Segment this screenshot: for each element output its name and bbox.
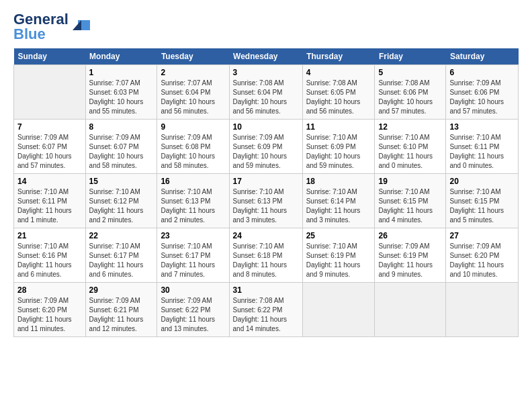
- calendar-cell: 16Sunrise: 7:10 AMSunset: 6:13 PMDayligh…: [157, 174, 229, 228]
- calendar-cell: 29Sunrise: 7:09 AMSunset: 6:21 PMDayligh…: [85, 283, 157, 337]
- calendar-table: SundayMondayTuesdayWednesdayThursdayFrid…: [13, 48, 519, 337]
- calendar-cell: 14Sunrise: 7:10 AMSunset: 6:11 PMDayligh…: [14, 174, 86, 228]
- day-info: Sunrise: 7:08 AMSunset: 6:06 PMDaylight:…: [378, 79, 442, 116]
- day-info: Sunrise: 7:10 AMSunset: 6:14 PMDaylight:…: [306, 187, 371, 225]
- day-number: 25: [306, 231, 371, 240]
- day-number: 4: [306, 68, 371, 77]
- day-header-wednesday: Wednesday: [229, 48, 302, 65]
- day-number: 20: [449, 177, 515, 186]
- calendar-cell: 24Sunrise: 7:10 AMSunset: 6:18 PMDayligh…: [229, 228, 302, 283]
- calendar-cell: 5Sunrise: 7:08 AMSunset: 6:06 PMDaylight…: [375, 65, 446, 120]
- day-info: Sunrise: 7:10 AMSunset: 6:11 PMDaylight:…: [17, 187, 82, 225]
- week-row-4: 21Sunrise: 7:10 AMSunset: 6:16 PMDayligh…: [14, 228, 519, 283]
- calendar-cell: 18Sunrise: 7:10 AMSunset: 6:14 PMDayligh…: [302, 174, 375, 228]
- day-info: Sunrise: 7:10 AMSunset: 6:16 PMDaylight:…: [17, 242, 82, 279]
- day-number: 15: [89, 177, 154, 186]
- day-number: 23: [161, 231, 225, 240]
- day-info: Sunrise: 7:08 AMSunset: 6:04 PMDaylight:…: [233, 79, 299, 116]
- day-info: Sunrise: 7:10 AMSunset: 6:09 PMDaylight:…: [306, 133, 371, 171]
- day-info: Sunrise: 7:09 AMSunset: 6:20 PMDaylight:…: [17, 296, 82, 334]
- day-info: Sunrise: 7:09 AMSunset: 6:09 PMDaylight:…: [233, 133, 299, 171]
- day-header-saturday: Saturday: [446, 48, 519, 65]
- calendar-cell: 2Sunrise: 7:07 AMSunset: 6:04 PMDaylight…: [157, 65, 229, 120]
- day-number: 22: [89, 231, 154, 240]
- day-number: 21: [17, 231, 82, 240]
- day-info: Sunrise: 7:10 AMSunset: 6:13 PMDaylight:…: [161, 187, 225, 225]
- day-number: 11: [306, 122, 371, 132]
- calendar-cell: 26Sunrise: 7:09 AMSunset: 6:19 PMDayligh…: [375, 228, 446, 283]
- day-number: 24: [233, 231, 299, 240]
- day-number: 1: [89, 68, 154, 77]
- day-number: 2: [161, 68, 225, 77]
- day-number: 6: [449, 68, 515, 77]
- calendar-cell: 4Sunrise: 7:08 AMSunset: 6:05 PMDaylight…: [302, 65, 375, 120]
- day-number: 17: [233, 177, 299, 186]
- week-row-5: 28Sunrise: 7:09 AMSunset: 6:20 PMDayligh…: [14, 283, 519, 337]
- day-info: Sunrise: 7:09 AMSunset: 6:20 PMDaylight:…: [449, 242, 515, 279]
- calendar-cell: 10Sunrise: 7:09 AMSunset: 6:09 PMDayligh…: [229, 120, 302, 174]
- day-header-tuesday: Tuesday: [157, 48, 229, 65]
- day-info: Sunrise: 7:09 AMSunset: 6:06 PMDaylight:…: [449, 79, 515, 116]
- calendar-cell: 7Sunrise: 7:09 AMSunset: 6:07 PMDaylight…: [14, 120, 86, 174]
- day-info: Sunrise: 7:09 AMSunset: 6:07 PMDaylight:…: [17, 133, 82, 171]
- calendar-cell: 22Sunrise: 7:10 AMSunset: 6:17 PMDayligh…: [85, 228, 157, 283]
- calendar-cell: 21Sunrise: 7:10 AMSunset: 6:16 PMDayligh…: [14, 228, 86, 283]
- day-number: 5: [378, 68, 442, 77]
- day-number: 29: [89, 285, 154, 295]
- header: General Blue: [13, 12, 519, 42]
- calendar-cell: 17Sunrise: 7:10 AMSunset: 6:13 PMDayligh…: [229, 174, 302, 228]
- calendar-cell: 3Sunrise: 7:08 AMSunset: 6:04 PMDaylight…: [229, 65, 302, 120]
- day-number: 3: [233, 68, 299, 77]
- day-info: Sunrise: 7:10 AMSunset: 6:17 PMDaylight:…: [89, 242, 154, 279]
- day-info: Sunrise: 7:07 AMSunset: 6:03 PMDaylight:…: [89, 79, 154, 116]
- day-info: Sunrise: 7:10 AMSunset: 6:15 PMDaylight:…: [449, 187, 515, 225]
- day-info: Sunrise: 7:09 AMSunset: 6:21 PMDaylight:…: [89, 296, 154, 334]
- calendar-cell: 9Sunrise: 7:09 AMSunset: 6:08 PMDaylight…: [157, 120, 229, 174]
- day-info: Sunrise: 7:10 AMSunset: 6:19 PMDaylight:…: [306, 242, 371, 279]
- day-header-thursday: Thursday: [302, 48, 375, 65]
- day-info: Sunrise: 7:10 AMSunset: 6:13 PMDaylight:…: [233, 187, 299, 225]
- calendar-cell: [302, 283, 375, 337]
- calendar-cell: 19Sunrise: 7:10 AMSunset: 6:15 PMDayligh…: [375, 174, 446, 228]
- day-number: 14: [17, 177, 82, 186]
- calendar-cell: 28Sunrise: 7:09 AMSunset: 6:20 PMDayligh…: [14, 283, 86, 337]
- page: General Blue SundayMondayTuesdayWednesda…: [0, 0, 532, 344]
- calendar-cell: [446, 283, 519, 337]
- calendar-cell: 31Sunrise: 7:08 AMSunset: 6:22 PMDayligh…: [229, 283, 302, 337]
- calendar-cell: 25Sunrise: 7:10 AMSunset: 6:19 PMDayligh…: [302, 228, 375, 283]
- day-number: 10: [233, 122, 299, 132]
- day-info: Sunrise: 7:08 AMSunset: 6:22 PMDaylight:…: [233, 296, 299, 334]
- day-info: Sunrise: 7:09 AMSunset: 6:08 PMDaylight:…: [161, 133, 225, 171]
- calendar-cell: 27Sunrise: 7:09 AMSunset: 6:20 PMDayligh…: [446, 228, 519, 283]
- calendar-cell: 8Sunrise: 7:09 AMSunset: 6:07 PMDaylight…: [85, 120, 157, 174]
- day-info: Sunrise: 7:10 AMSunset: 6:18 PMDaylight:…: [233, 242, 299, 279]
- day-info: Sunrise: 7:10 AMSunset: 6:15 PMDaylight:…: [378, 187, 442, 225]
- calendar-cell: [375, 283, 446, 337]
- day-number: 27: [449, 231, 515, 240]
- day-number: 16: [161, 177, 225, 186]
- day-info: Sunrise: 7:10 AMSunset: 6:10 PMDaylight:…: [378, 133, 442, 171]
- day-header-sunday: Sunday: [14, 48, 86, 65]
- day-number: 13: [449, 122, 515, 132]
- day-number: 7: [17, 122, 82, 132]
- calendar-cell: 20Sunrise: 7:10 AMSunset: 6:15 PMDayligh…: [446, 174, 519, 228]
- day-number: 26: [378, 231, 442, 240]
- calendar-cell: 13Sunrise: 7:10 AMSunset: 6:11 PMDayligh…: [446, 120, 519, 174]
- day-number: 19: [378, 177, 442, 186]
- calendar-cell: 30Sunrise: 7:09 AMSunset: 6:22 PMDayligh…: [157, 283, 229, 337]
- week-row-1: 1Sunrise: 7:07 AMSunset: 6:03 PMDaylight…: [14, 65, 519, 120]
- day-info: Sunrise: 7:07 AMSunset: 6:04 PMDaylight:…: [161, 79, 225, 116]
- calendar-cell: 15Sunrise: 7:10 AMSunset: 6:12 PMDayligh…: [85, 174, 157, 228]
- day-header-friday: Friday: [375, 48, 446, 65]
- svg-marker-1: [73, 20, 81, 30]
- calendar-cell: 12Sunrise: 7:10 AMSunset: 6:10 PMDayligh…: [375, 120, 446, 174]
- day-number: 9: [161, 122, 225, 132]
- calendar-cell: [14, 65, 86, 120]
- day-number: 18: [306, 177, 371, 186]
- day-number: 31: [233, 285, 299, 295]
- day-info: Sunrise: 7:09 AMSunset: 6:22 PMDaylight:…: [161, 296, 225, 334]
- day-number: 8: [89, 122, 154, 132]
- week-row-3: 14Sunrise: 7:10 AMSunset: 6:11 PMDayligh…: [14, 174, 519, 228]
- logo: General Blue: [13, 12, 91, 42]
- day-header-monday: Monday: [85, 48, 157, 65]
